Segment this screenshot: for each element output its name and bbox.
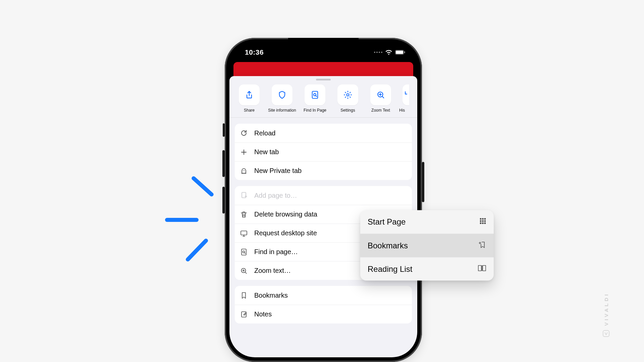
vivaldi-watermark: VIVALDI [602, 292, 610, 337]
svg-rect-19 [482, 220, 484, 222]
svg-rect-20 [484, 220, 486, 222]
menu-item-add-page-to[interactable]: Add page to… [235, 186, 412, 205]
add-bookmark-icon [478, 241, 486, 251]
menu-item-label: Bookmarks [254, 292, 288, 299]
accent-mark [165, 218, 199, 222]
tile-zoom-text[interactable]: Zoom Text [366, 84, 395, 113]
notes-icon [239, 310, 248, 318]
book-icon [478, 264, 486, 274]
tile-share[interactable]: Share [235, 84, 264, 113]
popover-item-label: Start Page [368, 217, 406, 227]
menu-item-label: Request desktop site [254, 229, 317, 237]
svg-rect-10 [241, 231, 247, 235]
tile-find-in-page[interactable]: Find In Page [301, 84, 329, 113]
tile-label: His [399, 108, 413, 113]
menu-item-label: Notes [254, 310, 272, 318]
svg-rect-9 [242, 192, 246, 198]
add-page-to-popover: Start Page Bookmarks Reading List [360, 210, 494, 281]
shield-icon [277, 90, 287, 100]
popover-item-label: Reading List [368, 264, 412, 274]
gear-icon [343, 90, 353, 100]
popover-item-bookmarks[interactable]: Bookmarks [360, 234, 494, 257]
svg-point-8 [244, 170, 245, 171]
reload-icon [239, 129, 248, 137]
menu-group-tabs: Reload New tab New Private [235, 124, 412, 180]
bookmark-icon [239, 291, 248, 299]
svg-point-7 [243, 170, 244, 171]
grid-icon [479, 217, 486, 227]
phone-silence-switch [223, 123, 225, 137]
tile-label: Zoom Text [371, 108, 390, 113]
find-in-page-icon [239, 248, 248, 256]
menu-item-label: Reload [254, 129, 275, 137]
vivaldi-logo-icon [602, 330, 610, 337]
menu-item-label: New tab [254, 148, 279, 156]
svg-rect-1 [396, 51, 403, 54]
phone-device-frame: 10:36 [225, 38, 422, 362]
history-icon [405, 90, 409, 100]
tile-history[interactable]: His [399, 84, 413, 113]
menu-item-new-private-tab[interactable]: New Private tab [235, 161, 412, 180]
menu-item-label: New Private tab [254, 167, 302, 175]
zoom-in-icon [376, 90, 385, 100]
menu-item-notes[interactable]: Notes [235, 305, 412, 323]
svg-rect-17 [484, 218, 486, 220]
svg-rect-16 [482, 218, 484, 220]
stage: 10:36 [0, 0, 644, 362]
tile-label: Find In Page [304, 108, 326, 113]
phone-volume-up [222, 150, 225, 177]
menu-group-collections: Bookmarks Notes [235, 286, 412, 323]
tile-site-information[interactable]: Site information [268, 84, 297, 113]
svg-rect-2 [404, 51, 405, 53]
tile-label: Settings [340, 108, 355, 113]
svg-rect-11 [241, 249, 246, 255]
accent-marks [165, 178, 209, 265]
tile-label: Share [244, 108, 255, 113]
svg-rect-3 [312, 92, 318, 99]
svg-point-5 [347, 94, 349, 96]
quick-actions-row[interactable]: Share Site information Find In Page [229, 82, 417, 117]
menu-item-label: Delete browsing data [254, 210, 317, 218]
battery-icon [395, 50, 405, 55]
phone-screen: 10:36 [229, 43, 417, 357]
accent-mark [185, 238, 209, 262]
trash-icon [239, 210, 248, 219]
status-bar: 10:36 [229, 43, 417, 62]
menu-item-label: Zoom text… [254, 267, 291, 275]
signal-dots-icon [374, 52, 382, 53]
wifi-icon [385, 50, 392, 55]
svg-rect-22 [482, 223, 484, 224]
popover-item-label: Bookmarks [368, 241, 408, 250]
status-indicators [374, 50, 405, 55]
ghost-icon [239, 167, 248, 175]
zoom-in-icon [239, 267, 248, 275]
phone-power-button [422, 162, 424, 202]
menu-item-label: Add page to… [254, 192, 297, 199]
menu-item-new-tab[interactable]: New tab [235, 142, 412, 161]
share-icon [245, 90, 254, 100]
phone-volume-down [222, 187, 225, 214]
menu-item-label: Find in page… [254, 248, 298, 256]
popover-item-reading-list[interactable]: Reading List [360, 257, 494, 281]
status-time: 10:36 [245, 48, 264, 56]
svg-rect-23 [484, 223, 486, 224]
tile-settings[interactable]: Settings [333, 84, 362, 113]
plus-icon [239, 148, 248, 156]
accent-mark [191, 175, 214, 197]
svg-rect-18 [480, 220, 482, 222]
find-in-page-icon [310, 90, 320, 100]
popover-item-start-page[interactable]: Start Page [360, 210, 494, 234]
add-page-icon [239, 191, 248, 199]
desktop-icon [239, 229, 248, 237]
svg-rect-21 [480, 223, 482, 224]
svg-rect-24 [603, 330, 609, 337]
menu-item-reload[interactable]: Reload [235, 124, 412, 142]
sheet-grabber[interactable] [316, 79, 331, 80]
svg-rect-15 [480, 218, 482, 220]
menu-item-bookmarks[interactable]: Bookmarks [235, 286, 412, 305]
tile-label: Site information [268, 108, 296, 113]
watermark-text: VIVALDI [603, 292, 609, 326]
